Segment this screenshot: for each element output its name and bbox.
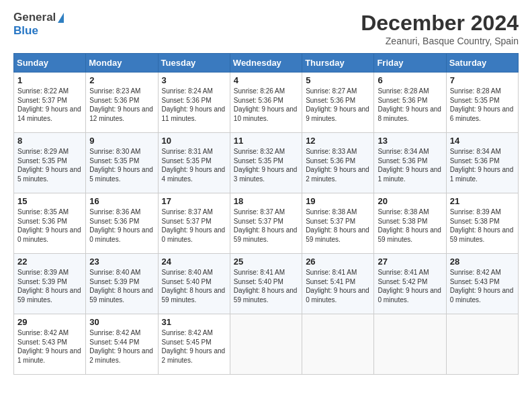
calendar-cell: 1Sunrise: 8:22 AMSunset: 5:37 PMDaylight…	[14, 73, 86, 133]
calendar-week-2: 8Sunrise: 8:29 AMSunset: 5:35 PMDaylight…	[14, 133, 519, 193]
calendar-cell: 18Sunrise: 8:37 AMSunset: 5:37 PMDayligh…	[230, 193, 302, 254]
calendar-cell: 15Sunrise: 8:35 AMSunset: 5:36 PMDayligh…	[14, 193, 86, 254]
cell-info: Sunrise: 8:31 AMSunset: 5:35 PMDaylight:…	[162, 147, 226, 183]
calendar-cell: 25Sunrise: 8:41 AMSunset: 5:40 PMDayligh…	[230, 254, 302, 314]
calendar-cell: 11Sunrise: 8:32 AMSunset: 5:35 PMDayligh…	[230, 133, 302, 193]
weekday-header-thursday: Thursday	[302, 54, 374, 73]
calendar-cell: 30Sunrise: 8:42 AMSunset: 5:44 PMDayligh…	[86, 314, 158, 375]
cell-info: Sunrise: 8:30 AMSunset: 5:35 PMDaylight:…	[89, 147, 154, 183]
logo-blue: Blue	[13, 24, 38, 37]
day-number: 25	[234, 257, 298, 267]
calendar-cell: 19Sunrise: 8:38 AMSunset: 5:37 PMDayligh…	[302, 193, 374, 254]
calendar-cell	[446, 314, 518, 375]
day-number: 31	[162, 317, 226, 327]
cell-info: Sunrise: 8:42 AMSunset: 5:44 PMDaylight:…	[89, 328, 154, 365]
weekday-header-wednesday: Wednesday	[230, 54, 302, 73]
cell-info: Sunrise: 8:27 AMSunset: 5:36 PMDaylight:…	[306, 87, 370, 123]
calendar-week-3: 15Sunrise: 8:35 AMSunset: 5:36 PMDayligh…	[14, 193, 519, 254]
day-number: 9	[89, 136, 154, 146]
cell-info: Sunrise: 8:38 AMSunset: 5:38 PMDaylight:…	[378, 208, 442, 244]
day-number: 2	[89, 75, 154, 85]
calendar-cell: 3Sunrise: 8:24 AMSunset: 5:36 PMDaylight…	[158, 73, 230, 133]
day-number: 5	[306, 75, 370, 85]
calendar-cell: 20Sunrise: 8:38 AMSunset: 5:38 PMDayligh…	[374, 193, 446, 254]
calendar-table: SundayMondayTuesdayWednesdayThursdayFrid…	[13, 53, 519, 375]
cell-info: Sunrise: 8:28 AMSunset: 5:35 PMDaylight:…	[450, 87, 515, 123]
day-number: 19	[306, 196, 370, 206]
calendar-cell: 26Sunrise: 8:41 AMSunset: 5:41 PMDayligh…	[302, 254, 374, 314]
cell-info: Sunrise: 8:39 AMSunset: 5:39 PMDaylight:…	[17, 268, 82, 304]
calendar-cell: 21Sunrise: 8:39 AMSunset: 5:38 PMDayligh…	[446, 193, 518, 254]
calendar-cell: 24Sunrise: 8:40 AMSunset: 5:40 PMDayligh…	[158, 254, 230, 314]
day-number: 4	[234, 75, 298, 85]
header: General Blue December 2024 Zeanuri, Basq…	[13, 11, 519, 46]
cell-info: Sunrise: 8:35 AMSunset: 5:36 PMDaylight:…	[17, 208, 82, 244]
calendar-week-5: 29Sunrise: 8:42 AMSunset: 5:43 PMDayligh…	[14, 314, 519, 375]
calendar-cell: 22Sunrise: 8:39 AMSunset: 5:39 PMDayligh…	[14, 254, 86, 314]
calendar-cell: 9Sunrise: 8:30 AMSunset: 5:35 PMDaylight…	[86, 133, 158, 193]
calendar-cell: 13Sunrise: 8:34 AMSunset: 5:36 PMDayligh…	[374, 133, 446, 193]
month-title: December 2024	[361, 11, 519, 36]
day-number: 30	[89, 317, 154, 327]
day-number: 27	[378, 257, 442, 267]
calendar-cell: 17Sunrise: 8:37 AMSunset: 5:37 PMDayligh…	[158, 193, 230, 254]
day-number: 1	[17, 75, 82, 85]
calendar-cell: 2Sunrise: 8:23 AMSunset: 5:36 PMDaylight…	[86, 73, 158, 133]
calendar-week-4: 22Sunrise: 8:39 AMSunset: 5:39 PMDayligh…	[14, 254, 519, 314]
calendar-cell: 16Sunrise: 8:36 AMSunset: 5:36 PMDayligh…	[86, 193, 158, 254]
day-number: 26	[306, 257, 370, 267]
day-number: 15	[17, 196, 82, 206]
calendar-cell: 5Sunrise: 8:27 AMSunset: 5:36 PMDaylight…	[302, 73, 374, 133]
weekday-header-tuesday: Tuesday	[158, 54, 230, 73]
cell-info: Sunrise: 8:37 AMSunset: 5:37 PMDaylight:…	[162, 208, 226, 244]
day-number: 11	[234, 136, 298, 146]
logo: General Blue	[13, 11, 64, 38]
calendar-cell: 28Sunrise: 8:42 AMSunset: 5:43 PMDayligh…	[446, 254, 518, 314]
calendar-cell: 29Sunrise: 8:42 AMSunset: 5:43 PMDayligh…	[14, 314, 86, 375]
cell-info: Sunrise: 8:34 AMSunset: 5:36 PMDaylight:…	[378, 147, 442, 183]
cell-info: Sunrise: 8:37 AMSunset: 5:37 PMDaylight:…	[234, 208, 298, 244]
weekday-header-saturday: Saturday	[446, 54, 518, 73]
calendar-cell	[302, 314, 374, 375]
cell-info: Sunrise: 8:41 AMSunset: 5:40 PMDaylight:…	[234, 268, 298, 304]
calendar-cell: 31Sunrise: 8:42 AMSunset: 5:45 PMDayligh…	[158, 314, 230, 375]
day-number: 7	[450, 75, 515, 85]
location-title: Zeanuri, Basque Country, Spain	[361, 36, 519, 46]
day-number: 29	[17, 317, 82, 327]
day-number: 22	[17, 257, 82, 267]
calendar-cell: 8Sunrise: 8:29 AMSunset: 5:35 PMDaylight…	[14, 133, 86, 193]
cell-info: Sunrise: 8:40 AMSunset: 5:39 PMDaylight:…	[89, 268, 154, 304]
cell-info: Sunrise: 8:23 AMSunset: 5:36 PMDaylight:…	[89, 87, 154, 123]
day-number: 21	[450, 196, 515, 206]
cell-info: Sunrise: 8:42 AMSunset: 5:45 PMDaylight:…	[162, 328, 226, 365]
calendar-cell: 12Sunrise: 8:33 AMSunset: 5:36 PMDayligh…	[302, 133, 374, 193]
day-number: 6	[378, 75, 442, 85]
cell-info: Sunrise: 8:32 AMSunset: 5:35 PMDaylight:…	[234, 147, 298, 183]
calendar-cell	[230, 314, 302, 375]
cell-info: Sunrise: 8:41 AMSunset: 5:42 PMDaylight:…	[378, 268, 442, 304]
day-number: 13	[378, 136, 442, 146]
logo-triangle-icon	[58, 13, 64, 23]
cell-info: Sunrise: 8:41 AMSunset: 5:41 PMDaylight:…	[306, 268, 370, 304]
day-number: 18	[234, 196, 298, 206]
cell-info: Sunrise: 8:34 AMSunset: 5:36 PMDaylight:…	[450, 147, 515, 183]
cell-info: Sunrise: 8:40 AMSunset: 5:40 PMDaylight:…	[162, 268, 226, 304]
day-number: 14	[450, 136, 515, 146]
day-number: 23	[89, 257, 154, 267]
calendar-cell: 7Sunrise: 8:28 AMSunset: 5:35 PMDaylight…	[446, 73, 518, 133]
calendar-cell	[374, 314, 446, 375]
cell-info: Sunrise: 8:33 AMSunset: 5:36 PMDaylight:…	[306, 147, 370, 183]
calendar-week-1: 1Sunrise: 8:22 AMSunset: 5:37 PMDaylight…	[14, 73, 519, 133]
day-number: 3	[162, 75, 226, 85]
cell-info: Sunrise: 8:39 AMSunset: 5:38 PMDaylight:…	[450, 208, 515, 244]
cell-info: Sunrise: 8:28 AMSunset: 5:36 PMDaylight:…	[378, 87, 442, 123]
calendar-cell: 27Sunrise: 8:41 AMSunset: 5:42 PMDayligh…	[374, 254, 446, 314]
cell-info: Sunrise: 8:42 AMSunset: 5:43 PMDaylight:…	[17, 328, 82, 365]
weekday-header-sunday: Sunday	[14, 54, 86, 73]
cell-info: Sunrise: 8:42 AMSunset: 5:43 PMDaylight:…	[450, 268, 515, 304]
day-number: 8	[17, 136, 82, 146]
day-number: 16	[89, 196, 154, 206]
calendar-cell: 14Sunrise: 8:34 AMSunset: 5:36 PMDayligh…	[446, 133, 518, 193]
title-area: December 2024 Zeanuri, Basque Country, S…	[361, 11, 519, 46]
weekday-header-friday: Friday	[374, 54, 446, 73]
